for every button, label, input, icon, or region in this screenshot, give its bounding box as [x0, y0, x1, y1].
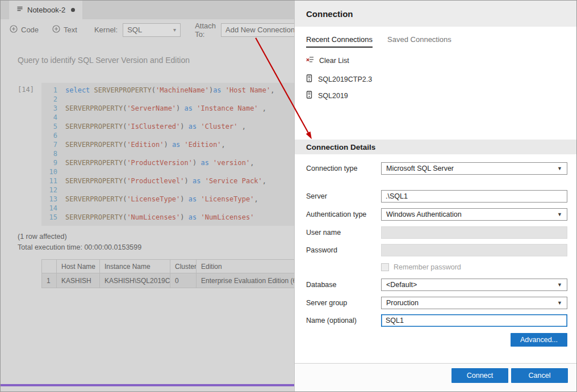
- code-line: 3SERVERPROPERTY('ServerName') as 'Instan…: [41, 104, 294, 113]
- add-code-label: Code: [21, 26, 39, 34]
- results-column-header[interactable]: Host Name: [57, 260, 100, 273]
- app-window: Notebook-2 Code Text Kernel: SQL ▾: [0, 0, 577, 392]
- connection-type-value: Microsoft SQL Server: [386, 165, 454, 172]
- panel-footer: Connect Cancel: [295, 363, 576, 391]
- messages: (1 row affected)Total execution time: 00…: [18, 231, 294, 253]
- results-row[interactable]: 1KASHISHKASHISH\SQL2019CTP0Enterprise Ev…: [42, 273, 295, 288]
- code-line: 12: [41, 186, 294, 195]
- results-header-row: Host NameInstance NameClusterEdition: [42, 260, 295, 273]
- server-group-dropdown[interactable]: Proruction ▼: [381, 297, 567, 309]
- execution-count: [14]: [1, 83, 41, 226]
- server-icon: [306, 74, 312, 84]
- chevron-down-icon: ▼: [557, 300, 562, 306]
- recent-connections-section: Clear List SQL2019CTP2.3SQL2019: [295, 48, 576, 140]
- authentication-type-value: Windows Authentication: [386, 210, 462, 218]
- database-label: Database: [306, 281, 381, 289]
- details-title: Connection Details: [306, 143, 375, 151]
- server-group-label: Server group: [306, 299, 381, 307]
- recent-connections-list: SQL2019CTP2.3SQL2019: [306, 71, 565, 104]
- password-label: Password: [306, 246, 381, 254]
- add-text-button[interactable]: Text: [52, 25, 77, 35]
- chevron-down-icon: ▾: [173, 27, 176, 33]
- status-bar: [1, 384, 294, 386]
- tab-saved-connections[interactable]: Saved Connections: [387, 35, 451, 48]
- connect-button[interactable]: Connect: [451, 368, 508, 383]
- server-input[interactable]: [381, 190, 567, 203]
- results-cell[interactable]: 1: [42, 273, 57, 288]
- server-icon: [306, 91, 312, 100]
- results-column-header[interactable]: Cluster: [170, 260, 196, 273]
- name-optional-label: Name (optional): [306, 317, 381, 324]
- tab-recent-connections[interactable]: Recent Connections: [306, 35, 373, 48]
- results-cell[interactable]: KASHISH\SQL2019CTP: [100, 273, 170, 288]
- connection-item[interactable]: SQL2019CTP2.3: [306, 71, 565, 87]
- markdown-cell[interactable]: Query to identify SQL Server Version and…: [18, 56, 294, 65]
- password-input: [381, 244, 567, 256]
- tab-title: Notebook-2: [27, 6, 65, 14]
- connection-item[interactable]: SQL2019: [306, 87, 565, 104]
- advanced-button[interactable]: Advanced...: [511, 333, 567, 347]
- code-line: 5SERVERPROPERTY('IsClustered') as 'Clust…: [41, 122, 294, 131]
- notebook-toolbar: Code Text Kernel: SQL ▾ Attach To: Add N…: [1, 19, 294, 40]
- details-header: Connection Details: [295, 140, 576, 154]
- chevron-down-icon: ▼: [557, 212, 562, 217]
- add-circle-icon: [10, 25, 18, 35]
- message-line: (1 row affected): [18, 231, 294, 242]
- authentication-type-label: Authentication type: [306, 210, 381, 218]
- add-circle-icon: [52, 25, 60, 35]
- chevron-down-icon: ▼: [557, 166, 562, 171]
- unsaved-indicator: [71, 8, 75, 12]
- results-column-header[interactable]: Edition: [196, 260, 295, 273]
- connection-tabs: Recent Connections Saved Connections: [295, 27, 576, 48]
- code-line: 10: [41, 167, 294, 176]
- attach-to-label: Attach To:: [195, 22, 216, 39]
- remember-password-row: Remember password: [381, 263, 567, 271]
- code-line: 14: [41, 204, 294, 213]
- code-line: 13SERVERPROPERTY('LicenseType') as 'Lice…: [41, 195, 294, 204]
- server-group-value: Proruction: [386, 299, 419, 307]
- editor-tab-bar: Notebook-2: [1, 1, 294, 19]
- code-line: 15SERVERPROPERTY('NumLicenses') as 'NumL…: [41, 213, 294, 222]
- database-dropdown[interactable]: <Default> ▼: [381, 279, 567, 291]
- add-code-button[interactable]: Code: [10, 25, 39, 35]
- kernel-value: SQL: [127, 26, 142, 34]
- results-column-header[interactable]: Instance Name: [100, 260, 170, 273]
- results-column-header[interactable]: [42, 260, 57, 273]
- code-line: 6: [41, 131, 294, 140]
- results-grid[interactable]: Host NameInstance NameClusterEdition 1KA…: [41, 259, 294, 288]
- database-value: <Default>: [386, 281, 417, 289]
- results-cell[interactable]: Enterprise Evaluation Edition (64-b: [196, 273, 295, 288]
- user-name-label: User name: [306, 229, 381, 237]
- code-line: 1select SERVERPROPERTY('MachineName')as …: [41, 86, 294, 95]
- user-name-input: [381, 226, 567, 239]
- code-line: 8: [41, 149, 294, 158]
- code-line: 9SERVERPROPERTY('ProductVersion') as 've…: [41, 158, 294, 167]
- name-optional-input[interactable]: [381, 314, 567, 327]
- kernel-dropdown[interactable]: SQL ▾: [123, 23, 181, 37]
- connection-item-label: SQL2019: [318, 92, 348, 100]
- connection-type-label: Connection type: [306, 165, 381, 172]
- notebook-icon: [16, 6, 23, 14]
- code-lines: 1select SERVERPROPERTY('MachineName')as …: [41, 83, 294, 226]
- results-body: 1KASHISHKASHISH\SQL2019CTP0Enterprise Ev…: [42, 273, 295, 288]
- notebook-editor-pane: Notebook-2 Code Text Kernel: SQL ▾: [1, 1, 294, 391]
- code-line: 4: [41, 113, 294, 122]
- server-label: Server: [306, 192, 381, 200]
- attach-to-dropdown[interactable]: Add New Connection ▾: [221, 23, 294, 37]
- panel-header: Connection: [295, 1, 576, 27]
- code-cell[interactable]: [14] 1select SERVERPROPERTY('MachineName…: [1, 83, 294, 226]
- code-line: 11SERVERPROPERTY('Productlevel') as 'Ser…: [41, 176, 294, 186]
- results-cell[interactable]: 0: [170, 273, 196, 288]
- code-line: 7SERVERPROPERTY('Edition') as 'Edition',: [41, 140, 294, 149]
- clear-list-icon: [306, 56, 314, 65]
- clear-list-button[interactable]: Clear List: [306, 56, 565, 65]
- results-cell[interactable]: KASHISH: [57, 273, 100, 288]
- connection-type-dropdown[interactable]: Microsoft SQL Server ▼: [381, 162, 567, 175]
- connection-form: Connection type Microsoft SQL Server ▼ S…: [295, 154, 576, 363]
- authentication-type-dropdown[interactable]: Windows Authentication ▼: [381, 208, 567, 221]
- cancel-button[interactable]: Cancel: [511, 368, 568, 383]
- notebook-tab[interactable]: Notebook-2: [9, 1, 82, 19]
- kernel-label: Kernel:: [94, 26, 118, 34]
- connection-panel: Connection Recent Connections Saved Conn…: [294, 1, 576, 391]
- chevron-down-icon: ▼: [557, 282, 562, 288]
